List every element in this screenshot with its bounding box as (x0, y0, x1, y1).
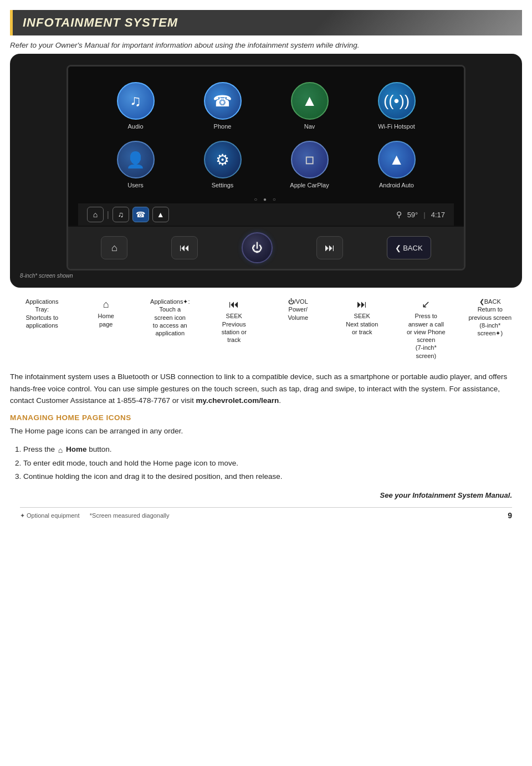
power-vol-button[interactable]: ⏻ (242, 232, 273, 263)
step-2: To enter edit mode, touch and hold the H… (23, 457, 522, 469)
screen-caption: 8-inch* screen shown (20, 273, 516, 279)
status-right: ⚲ 59° | 4:17 (396, 210, 445, 219)
app-audio[interactable]: ♫ Audio (111, 82, 161, 130)
website-link: my.chevrolet.com/learn (196, 396, 279, 405)
home-callout-icon: ⌂ (103, 298, 109, 311)
callout-home-page-label: Homepage (98, 312, 114, 328)
app-wifi[interactable]: ((•)) Wi-Fi Hotspot (372, 82, 422, 130)
callout-back-label: ❮BACKReturn toprevious screen(8-inch*scr… (468, 298, 511, 337)
callout-press-answer-label: Press toanswer a callor view Phonescreen… (407, 312, 446, 360)
app-nav[interactable]: ▲ Nav (285, 82, 335, 130)
body-section: The infotainment system uses a Bluetooth… (10, 371, 522, 520)
location-icon: ⚲ (396, 210, 402, 219)
music-status-icon[interactable]: ♫ (112, 207, 129, 222)
carplay-icon: ◻ (291, 141, 329, 178)
nav-label: Nav (304, 123, 315, 130)
section-intro: The Home page icons can be arranged in a… (10, 425, 522, 437)
back-button[interactable]: ❮ BACK (387, 236, 431, 259)
audio-label: Audio (127, 123, 143, 130)
callout-seek-prev-label: SEEKPreviousstation ortrack (222, 312, 247, 344)
seek-prev-button[interactable]: ⏮ (171, 236, 198, 259)
time-display: 4:17 (431, 211, 445, 219)
phone-label: Phone (214, 123, 232, 130)
screen-top: ♫ Audio ☎ Phone ▲ Nav ((•)) Wi-Fi Hotspo… (68, 67, 464, 226)
step1-bold: Home (66, 445, 87, 453)
app-settings[interactable]: ⚙ Settings (198, 141, 248, 188)
section-heading-managing: MANAGING HOME PAGE ICONS (10, 413, 522, 422)
carplay-label: Apple CarPlay (290, 182, 329, 188)
footer-note: See your Infotainment System Manual. (20, 491, 512, 499)
step-1: Press the ⌂ Home button. (23, 443, 522, 456)
page-number: 9 (508, 511, 512, 520)
android-icon: ▲ (378, 141, 416, 178)
wifi-icon: ((•)) (378, 82, 416, 120)
status-icons: ⌂ | ♫ ☎ ▲ (87, 207, 169, 222)
nav-status-icon[interactable]: ▲ (152, 207, 169, 222)
settings-label: Settings (212, 182, 234, 188)
callout-seek-next-label: SEEKNext stationor track (346, 312, 378, 336)
users-label: Users (127, 182, 144, 188)
step-3: Continue holding the icon and drag it to… (23, 471, 522, 483)
home-status-icon[interactable]: ⌂ (87, 207, 104, 222)
screen-area: ♫ Audio ☎ Phone ▲ Nav ((•)) Wi-Fi Hotspo… (66, 65, 466, 270)
audio-icon: ♫ (117, 82, 155, 120)
callout-home-page: ⌂ Homepage (74, 298, 139, 328)
callout-seek-prev: ⏮ SEEKPreviousstation ortrack (202, 298, 267, 344)
app-carplay[interactable]: ◻ Apple CarPlay (285, 141, 335, 188)
seek-prev-callout-icon: ⏮ (229, 298, 239, 311)
app-phone[interactable]: ☎ Phone (198, 82, 248, 130)
android-label: Android Auto (379, 182, 414, 188)
footer-bar: ✦ Optional equipment *Screen measured di… (20, 507, 512, 520)
footer-left: ✦ Optional equipment *Screen measured di… (20, 512, 170, 519)
app-grid-row1: ♫ Audio ☎ Phone ▲ Nav ((•)) Wi-Fi Hotspo… (78, 76, 454, 135)
header-banner: INFOTAINMENT SYSTEM (10, 10, 522, 35)
callout-back: ❮BACKReturn toprevious screen(8-inch*scr… (458, 298, 523, 337)
status-bar: ⌂ | ♫ ☎ ▲ ⚲ 59° | 4:17 (78, 203, 454, 226)
divider: | (423, 211, 425, 219)
app-grid-row2: 👤 Users ⚙ Settings ◻ Apple CarPlay ▲ And… (78, 135, 454, 194)
callout-applications-touch: Applications✦:Touch ascreen iconto acces… (138, 298, 202, 337)
users-icon: 👤 (117, 141, 155, 178)
page-dots: ○ ● ○ (78, 196, 454, 202)
nav-icon: ▲ (291, 82, 329, 120)
steps-list: Press the ⌂ Home button. To enter edit m… (23, 443, 522, 482)
infotainment-image: ♫ Audio ☎ Phone ▲ Nav ((•)) Wi-Fi Hotspo… (10, 54, 522, 288)
callout-area: ApplicationsTray:Shortcuts toapplication… (10, 292, 522, 360)
control-strip: ⌂ ⏮ ⏻ ⏭ ❮ BACK (68, 227, 464, 269)
callout-applications-tray-label: ApplicationsTray:Shortcuts toapplication… (25, 298, 58, 329)
temp-display: 59° (407, 211, 418, 219)
callout-power-vol-label: ⏻/VOLPower/Volume (288, 298, 308, 321)
phone-answer-icon: ↙ (422, 298, 430, 311)
settings-icon: ⚙ (204, 141, 242, 178)
home-button[interactable]: ⌂ (101, 236, 127, 259)
step1-home-icon: ⌂ (58, 444, 63, 456)
wifi-label: Wi-Fi Hotspot (378, 123, 415, 130)
phone-icon: ☎ (204, 82, 242, 120)
body-paragraph-1: The infotainment system uses a Bluetooth… (10, 371, 522, 407)
screen-measured-note: *Screen measured diagonally (90, 512, 170, 519)
subtitle: Refer to your Owner's Manual for importa… (10, 41, 522, 49)
app-android[interactable]: ▲ Android Auto (372, 141, 422, 188)
app-users[interactable]: 👤 Users (111, 141, 161, 188)
page-title: INFOTAINMENT SYSTEM (23, 16, 512, 30)
callout-applications-touch-label: Applications✦:Touch ascreen iconto acces… (150, 298, 190, 337)
callout-seek-next: ⏭ SEEKNext stationor track (330, 298, 395, 336)
callout-applications-tray: ApplicationsTray:Shortcuts toapplication… (10, 298, 74, 329)
optional-equipment-note: ✦ Optional equipment (20, 512, 79, 519)
callout-power-vol: ⏻/VOLPower/Volume (266, 298, 330, 321)
phone-status-icon[interactable]: ☎ (132, 207, 149, 222)
seek-next-button[interactable]: ⏭ (316, 236, 343, 259)
seek-next-callout-icon: ⏭ (357, 298, 367, 311)
callout-press-answer: ↙ Press toanswer a callor view Phonescre… (394, 298, 458, 360)
